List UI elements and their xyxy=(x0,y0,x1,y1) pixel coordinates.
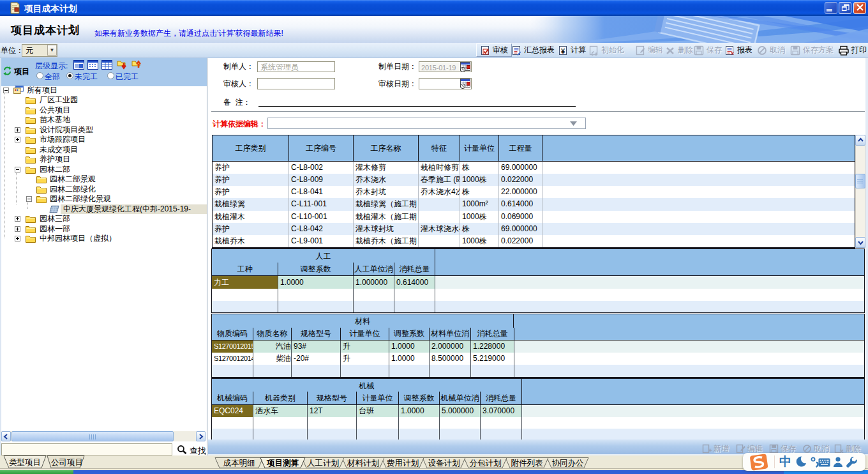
svg-text:成本明细: 成本明细 xyxy=(223,459,255,468)
svg-text:项目测算: 项目测算 xyxy=(266,459,299,468)
svg-text:设备计划: 设备计划 xyxy=(428,459,460,468)
svg-text:费用计划: 费用计划 xyxy=(387,459,419,468)
svg-text:分包计划: 分包计划 xyxy=(470,459,502,468)
svg-text:人工计划: 人工计划 xyxy=(307,459,339,468)
svg-text:附件列表: 附件列表 xyxy=(511,459,544,468)
svg-text:¥: ¥ xyxy=(561,47,565,54)
svg-text:材料计划: 材料计划 xyxy=(347,459,379,468)
svg-text:协同办公: 协同办公 xyxy=(552,459,585,468)
